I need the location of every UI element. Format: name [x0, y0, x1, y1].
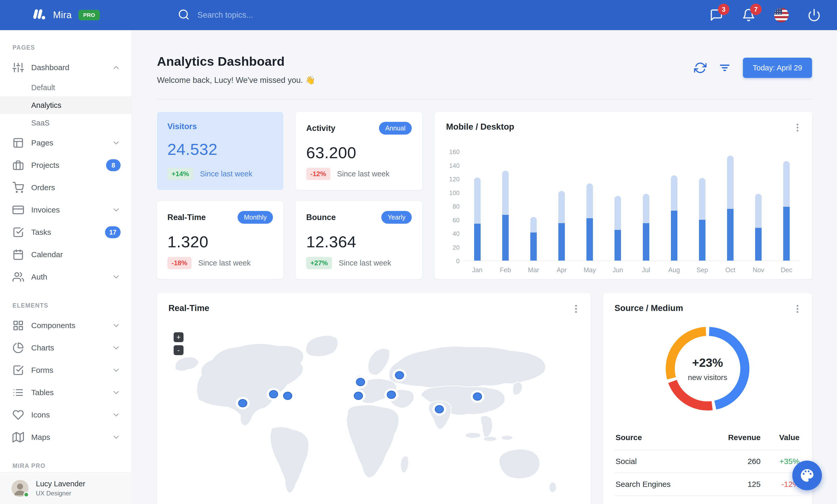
badge-count: 17	[105, 226, 121, 238]
bar-aug[interactable]	[660, 152, 688, 261]
sidebar-item-dashboard[interactable]: Dashboard	[0, 56, 131, 79]
sidebar-item-auth[interactable]: Auth	[0, 266, 131, 288]
messages-button[interactable]: 3	[710, 8, 723, 22]
x-tick-label: Oct	[716, 266, 745, 274]
stat-caption: Since last week	[337, 170, 390, 178]
bar-segment-desktop	[671, 175, 677, 211]
change-chip: -18%	[167, 257, 192, 269]
bar-chart-plot	[463, 152, 801, 261]
sign-out-button[interactable]	[807, 8, 821, 22]
sidebar-item-projects[interactable]: Projects8	[0, 154, 131, 176]
source-table-row-search-engines: Search Engines125-12%	[615, 472, 801, 496]
map-marker-9[interactable]	[470, 390, 484, 403]
stat-caption: Since last week	[339, 259, 391, 267]
bar-chart: 020406080100120140160	[446, 152, 801, 261]
map-marker-5[interactable]	[352, 389, 366, 402]
shopping-cart-icon	[13, 182, 24, 193]
filter-icon[interactable]	[718, 61, 731, 74]
stat-title: Bounce	[306, 213, 336, 222]
sidebar-item-maps[interactable]: Maps	[0, 426, 131, 448]
x-tick-label: Aug	[660, 266, 688, 274]
sidebar-item-orders[interactable]: Orders	[0, 176, 131, 199]
bar-apr[interactable]	[548, 152, 576, 261]
sidebar-section-label-mira-pro: MIRA PRO	[0, 448, 131, 475]
map-zoom-in-button[interactable]: +	[174, 332, 183, 342]
period-badge[interactable]: Yearly	[381, 211, 412, 224]
sidebar-subitem-analytics[interactable]: Analytics	[0, 96, 131, 114]
refresh-icon[interactable]	[694, 61, 707, 74]
map-marker-3[interactable]	[281, 389, 295, 402]
sidebar-item-tables[interactable]: Tables	[0, 381, 131, 404]
sidebar-item-calendar[interactable]: Calendar	[0, 243, 131, 266]
search-input[interactable]	[198, 11, 379, 20]
bar-jul[interactable]	[632, 152, 660, 261]
sidebar-subitem-saas[interactable]: SaaS	[0, 114, 131, 132]
map-marker-6[interactable]	[392, 369, 407, 381]
bar-jan[interactable]	[463, 152, 491, 261]
change-chip: -12%	[306, 168, 331, 180]
bar-may[interactable]	[576, 152, 604, 261]
bar-mar[interactable]	[519, 152, 548, 261]
y-tick-label: 160	[449, 148, 460, 156]
y-tick-label: 100	[449, 189, 460, 197]
brand[interactable]: Mira PRO	[31, 7, 100, 23]
map-marker-7[interactable]	[384, 388, 398, 401]
sidebar-item-icons[interactable]: Icons	[0, 404, 131, 426]
bar-feb[interactable]	[491, 152, 519, 261]
x-tick-label: Jul	[632, 266, 660, 274]
bar-oct[interactable]	[716, 152, 745, 261]
map-marker-2[interactable]	[266, 388, 281, 400]
bar-nov[interactable]	[745, 152, 772, 261]
notifications-button[interactable]: 7	[742, 8, 755, 22]
bar-chart-x-axis: JanFebMarAprMayJunJulAugSepOctNovDec	[463, 266, 801, 274]
bar-segment-mobile	[699, 220, 706, 261]
map-zoom-out-button[interactable]: -	[174, 345, 183, 355]
period-badge[interactable]: Monthly	[237, 211, 273, 224]
language-flag-us[interactable]	[774, 8, 789, 22]
messages-count-badge: 3	[718, 4, 729, 15]
chevron-down-icon	[112, 388, 121, 397]
stat-card-bounce: BounceYearly12.364+27%Since last week	[296, 201, 422, 279]
x-tick-label: Nov	[745, 266, 772, 274]
bar-dec[interactable]	[772, 152, 801, 261]
mira-logo-icon	[31, 7, 46, 23]
bar-sep[interactable]	[688, 152, 716, 261]
map-marker-4[interactable]	[354, 376, 368, 388]
list-icon	[13, 387, 24, 398]
top-navbar: Mira PRO 3 7	[0, 0, 837, 30]
bar-segment-mobile	[783, 207, 790, 261]
bar-segment-desktop	[755, 194, 762, 228]
layout-icon	[13, 137, 24, 149]
source-menu-kebab-icon[interactable]	[792, 304, 803, 314]
x-tick-label: Feb	[491, 266, 519, 274]
map-marker-8[interactable]	[432, 403, 446, 416]
date-range-button[interactable]: Today: April 29	[743, 58, 812, 78]
chevron-down-icon	[112, 138, 121, 147]
stat-title: Real-Time	[167, 213, 206, 222]
bar-segment-mobile	[530, 232, 537, 261]
sidebar-user-footer[interactable]: Lucy Lavender UX Designer	[0, 472, 131, 504]
bar-segment-mobile	[755, 228, 762, 261]
sidebar-item-charts[interactable]: Charts	[0, 337, 131, 359]
sidebar-item-invoices[interactable]: Invoices	[0, 199, 131, 221]
sidebar-item-pages[interactable]: Pages	[0, 132, 131, 154]
sidebar-item-components[interactable]: Components	[0, 314, 131, 337]
donut-center-label: new visitors	[688, 373, 727, 382]
sidebar-item-forms[interactable]: Forms	[0, 359, 131, 381]
sidebar-item-tasks[interactable]: Tasks17	[0, 221, 131, 243]
world-map[interactable]	[160, 324, 588, 504]
map-menu-kebab-icon[interactable]	[571, 304, 581, 314]
sidebar-subitem-default[interactable]: Default	[0, 79, 131, 96]
source-medium-card: Source / Medium +23% new visitors Source…	[603, 293, 812, 504]
stat-card-activity: ActivityAnnual63.200-12%Since last week	[296, 112, 422, 190]
chart-menu-kebab-icon[interactable]	[792, 123, 803, 133]
map-marker-1[interactable]	[236, 397, 250, 409]
bar-jun[interactable]	[604, 152, 632, 261]
stat-value: 1.320	[167, 232, 273, 251]
stat-title: Activity	[306, 124, 335, 133]
theme-settings-fab[interactable]	[792, 461, 822, 490]
online-status-dot	[23, 492, 29, 498]
chevron-down-icon	[112, 433, 121, 442]
bar-segment-mobile	[586, 218, 593, 261]
period-badge[interactable]: Annual	[379, 122, 412, 135]
